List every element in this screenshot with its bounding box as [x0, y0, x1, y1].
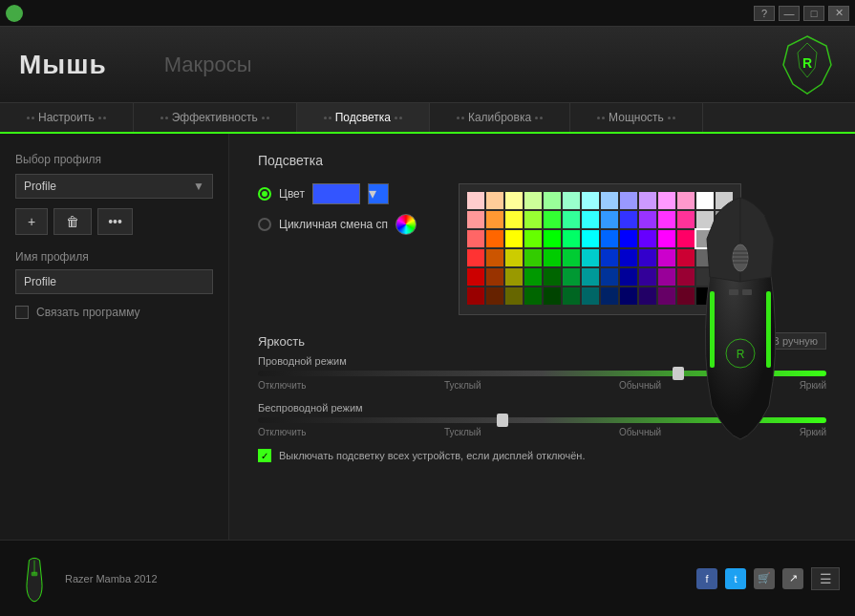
palette-cell[interactable]	[524, 211, 542, 228]
palette-cell[interactable]	[524, 287, 542, 305]
palette-cell[interactable]	[620, 192, 637, 209]
profile-select-label: Выбор профиля	[15, 153, 213, 166]
palette-cell[interactable]	[467, 192, 484, 209]
profile-name-input[interactable]	[15, 269, 213, 294]
palette-cell[interactable]	[544, 230, 561, 247]
palette-cell[interactable]	[620, 230, 637, 247]
color-wheel-icon	[395, 214, 417, 235]
palette-cell[interactable]	[620, 268, 637, 286]
header: Мышь Макросы R	[0, 27, 855, 103]
profile-select[interactable]: Profile ▼	[15, 174, 213, 199]
palette-cell[interactable]	[544, 287, 561, 305]
palette-cell[interactable]	[544, 192, 561, 209]
minimize-button[interactable]: —	[779, 6, 800, 21]
radio-cycle-row: Цикличная смена сп	[258, 214, 430, 235]
palette-cell[interactable]	[582, 268, 599, 286]
palette-cell[interactable]	[563, 268, 580, 286]
palette-cell[interactable]	[524, 249, 542, 266]
palette-cell[interactable]	[563, 192, 580, 209]
maximize-button[interactable]: □	[803, 6, 824, 21]
palette-cell[interactable]	[505, 268, 523, 286]
radio-color-label: Цвет	[279, 187, 305, 201]
radio-cycle-label: Цикличная смена сп	[279, 218, 388, 231]
color-picker-button[interactable]	[312, 183, 360, 204]
device-name: Razer Mamba 2012	[65, 573, 158, 584]
shop-icon[interactable]: 🛒	[754, 568, 775, 589]
share-icon[interactable]: ↗	[782, 568, 803, 589]
app-title-macros[interactable]: Макросы	[164, 53, 252, 77]
footer: Razer Mamba 2012 f t 🛒 ↗ ☰	[0, 540, 855, 616]
app-title-mouse: Мышь	[19, 50, 107, 80]
palette-cell[interactable]	[563, 249, 580, 266]
title-bar: ? — □ ✕	[0, 0, 855, 27]
palette-cell[interactable]	[601, 249, 618, 266]
mouse-image-area: R	[645, 153, 836, 487]
palette-cell[interactable]	[505, 230, 523, 247]
palette-cell[interactable]	[467, 268, 484, 286]
palette-cell[interactable]	[544, 211, 561, 228]
lighting-controls: Цвет ▾ Цикличная смена сп	[258, 183, 430, 315]
palette-cell[interactable]	[486, 230, 503, 247]
palette-cell[interactable]	[486, 249, 503, 266]
palette-cell[interactable]	[620, 211, 637, 228]
svg-rect-7	[766, 291, 771, 368]
radio-cycle[interactable]	[258, 218, 271, 231]
palette-cell[interactable]	[467, 287, 484, 305]
add-profile-button[interactable]: +	[15, 208, 48, 235]
palette-cell[interactable]	[620, 249, 637, 266]
svg-text:R: R	[737, 348, 745, 361]
link-program-checkbox[interactable]	[15, 306, 29, 319]
twitter-icon[interactable]: t	[725, 568, 746, 589]
more-options-button[interactable]: •••	[97, 208, 133, 235]
palette-cell[interactable]	[486, 268, 503, 286]
palette-cell[interactable]	[486, 192, 503, 209]
palette-cell[interactable]	[563, 230, 580, 247]
facebook-icon[interactable]: f	[696, 568, 717, 589]
svg-rect-10	[729, 289, 738, 295]
palette-cell[interactable]	[601, 287, 618, 305]
tab-effectivnost[interactable]: Эффективность	[134, 103, 297, 132]
display-off-checkbox[interactable]: ✓	[258, 449, 271, 462]
radio-color[interactable]	[258, 187, 271, 201]
palette-cell[interactable]	[582, 287, 599, 305]
palette-cell[interactable]	[467, 230, 484, 247]
palette-cell[interactable]	[582, 249, 599, 266]
menu-button[interactable]: ☰	[811, 567, 840, 590]
palette-cell[interactable]	[486, 211, 503, 228]
palette-cell[interactable]	[524, 192, 542, 209]
tab-podvetka[interactable]: Подсветка	[297, 103, 430, 132]
sidebar: Выбор профиля Profile ▼ + 🗑 ••• Имя проф…	[0, 134, 229, 540]
delete-profile-button[interactable]: 🗑	[53, 208, 92, 235]
help-button[interactable]: ?	[754, 6, 775, 21]
palette-cell[interactable]	[505, 287, 523, 305]
palette-cell[interactable]	[582, 211, 599, 228]
tab-kalibrovka[interactable]: Калибровка	[430, 103, 570, 132]
svg-point-1	[733, 244, 748, 271]
palette-cell[interactable]	[601, 230, 618, 247]
palette-cell[interactable]	[601, 192, 618, 209]
palette-cell[interactable]	[505, 192, 523, 209]
palette-cell[interactable]	[620, 287, 637, 305]
wireless-slider-thumb[interactable]	[497, 414, 508, 427]
palette-cell[interactable]	[486, 287, 503, 305]
profile-name-label: Имя профиля	[15, 250, 213, 264]
palette-cell[interactable]	[505, 249, 523, 266]
palette-cell[interactable]	[563, 287, 580, 305]
color-dropdown-button[interactable]: ▾	[368, 183, 389, 204]
close-button[interactable]: ✕	[828, 6, 849, 21]
palette-cell[interactable]	[505, 211, 523, 228]
main-area: Выбор профиля Profile ▼ + 🗑 ••• Имя проф…	[0, 134, 855, 540]
palette-cell[interactable]	[524, 268, 542, 286]
palette-cell[interactable]	[582, 230, 599, 247]
palette-cell[interactable]	[601, 211, 618, 228]
palette-cell[interactable]	[601, 268, 618, 286]
tab-nastroit[interactable]: Настроить	[0, 103, 134, 132]
palette-cell[interactable]	[467, 249, 484, 266]
palette-cell[interactable]	[563, 211, 580, 228]
palette-cell[interactable]	[524, 230, 542, 247]
palette-cell[interactable]	[582, 192, 599, 209]
palette-cell[interactable]	[467, 211, 484, 228]
tab-moshnost[interactable]: Мощность	[570, 103, 703, 132]
palette-cell[interactable]	[544, 249, 561, 266]
palette-cell[interactable]	[544, 268, 561, 286]
